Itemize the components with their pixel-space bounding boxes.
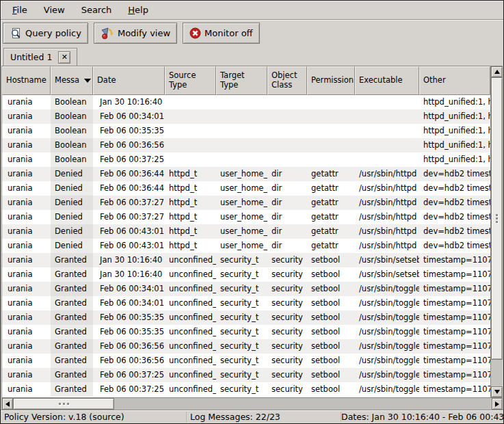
table-row[interactable]: uraniaBooleanFeb 06 00:36:56httpd_unifie… (2, 138, 490, 153)
table-row[interactable]: uraniaBooleanJan 30 10:16:40httpd_unifie… (2, 95, 490, 109)
cell-permission: setbool (307, 253, 355, 267)
horizontal-scrollbar[interactable] (2, 397, 503, 410)
table-row[interactable]: uraniaGrantedFeb 06 00:37:25unconfined_s… (2, 382, 490, 397)
table-row[interactable]: uraniaDeniedFeb 06 00:36:44httpd_tuser_h… (2, 167, 490, 181)
cell-objclass: security (267, 325, 307, 339)
vertical-scrollbar-trough[interactable] (491, 360, 503, 386)
horizontal-scrollbar-thumb[interactable] (13, 398, 114, 410)
table-row[interactable]: uraniaGrantedFeb 06 00:35:35unconfined_s… (2, 325, 490, 339)
table-row[interactable]: uraniaGrantedFeb 06 00:34:01unconfined_s… (2, 282, 490, 296)
vertical-scrollbar-thumb[interactable] (491, 77, 503, 360)
cell-message: Granted (51, 296, 93, 310)
table-row[interactable]: uraniaGrantedJan 30 10:16:40unconfined_s… (2, 267, 490, 282)
cell-executable (355, 138, 419, 153)
table-row[interactable]: uraniaBooleanFeb 06 00:35:35httpd_unifie… (2, 124, 490, 138)
cell-hostname: urania (2, 339, 51, 354)
cell-permission (307, 153, 355, 167)
cell-source: unconfined_ (165, 267, 216, 282)
table-row[interactable]: uraniaBooleanFeb 06 00:34:01httpd_unifie… (2, 109, 490, 124)
cell-target: user_home_ (216, 224, 267, 239)
table-row[interactable]: uraniaGrantedFeb 06 00:36:56unconfined_s… (2, 354, 490, 368)
table-row[interactable]: uraniaGrantedFeb 06 00:35:35unconfined_s… (2, 310, 490, 325)
scroll-right-button[interactable] (492, 398, 503, 410)
column-header-message[interactable]: Messa (51, 66, 93, 95)
menu-file[interactable]: File (5, 3, 35, 17)
cell-other: timestamp=11076 (419, 310, 490, 325)
cell-message: Boolean (51, 124, 93, 138)
column-header-permission[interactable]: Permission (307, 66, 355, 95)
cell-executable: /usr/sbin/toggle (355, 339, 419, 354)
query-policy-button[interactable]: Query policy (3, 23, 88, 44)
query-policy-label: Query policy (25, 28, 81, 38)
table-row[interactable]: uraniaDeniedFeb 06 00:37:27httpd_tuser_h… (2, 210, 490, 224)
cell-permission (307, 138, 355, 153)
cell-executable: /usr/sbin/toggle (355, 382, 419, 397)
table-row[interactable]: uraniaGrantedFeb 06 00:36:56unconfined_s… (2, 339, 490, 354)
tab-close-button[interactable]: ✕ (58, 51, 70, 64)
modify-view-button[interactable]: Modify view (94, 23, 177, 44)
column-header-object-class[interactable]: Object Class (267, 66, 307, 95)
cell-hostname: urania (2, 167, 51, 181)
vertical-scrollbar[interactable] (490, 66, 503, 397)
table-row[interactable]: uraniaDeniedFeb 06 00:37:27httpd_tuser_h… (2, 196, 490, 210)
cell-permission (307, 124, 355, 138)
cell-message: Granted (51, 267, 93, 282)
column-header-executable[interactable]: Executable (355, 66, 419, 95)
scroll-left-button[interactable] (2, 398, 13, 410)
cell-other: dev=hdb2 timesta (419, 196, 490, 210)
cell-date: Feb 06 00:43:01 (93, 224, 165, 239)
tab-untitled-1[interactable]: Untitled 1 ✕ (3, 48, 77, 66)
cell-source: httpd_t (165, 167, 216, 181)
table-row[interactable]: uraniaGrantedJan 30 10:16:40unconfined_s… (2, 253, 490, 267)
table-row[interactable]: uraniaDeniedFeb 06 00:36:44httpd_tuser_h… (2, 181, 490, 196)
column-header-other[interactable]: Other (419, 66, 490, 95)
scroll-up-button[interactable] (491, 66, 503, 77)
table-row[interactable]: uraniaDeniedFeb 06 00:43:01httpd_tuser_h… (2, 224, 490, 239)
cell-hostname: urania (2, 267, 51, 282)
monitor-off-button[interactable]: Monitor off (183, 23, 259, 44)
cell-date: Feb 06 00:37:27 (93, 196, 165, 210)
arrow-down-icon (494, 390, 500, 394)
cell-hostname: urania (2, 368, 51, 382)
column-header-label: Source Type (169, 71, 212, 90)
menu-view[interactable]: View (36, 3, 72, 17)
table-row[interactable]: uraniaGrantedFeb 06 00:37:25unconfined_s… (2, 368, 490, 382)
cell-executable: /usr/sbin/toggle (355, 282, 419, 296)
table-row[interactable]: uraniaGrantedFeb 06 00:34:01unconfined_s… (2, 296, 490, 310)
grip-dot (67, 403, 69, 405)
cell-target (216, 109, 267, 124)
cell-message: Boolean (51, 109, 93, 124)
cell-date: Feb 06 00:37:27 (93, 210, 165, 224)
cell-date: Feb 06 00:34:01 (93, 109, 165, 124)
cell-target: security_t (216, 282, 267, 296)
column-header-source-type[interactable]: Source Type (165, 66, 216, 95)
column-header-label: Date (97, 76, 116, 85)
column-header-date[interactable]: Date (93, 66, 165, 95)
cell-target: security_t (216, 267, 267, 282)
cell-date: Feb 06 00:35:35 (93, 325, 165, 339)
cell-hostname: urania (2, 153, 51, 167)
cell-permission (307, 109, 355, 124)
cell-target: user_home_ (216, 181, 267, 196)
menu-help[interactable]: Help (120, 3, 156, 17)
cell-message: Denied (51, 239, 93, 253)
table-row[interactable]: uraniaDeniedFeb 06 00:43:01httpd_tuser_h… (2, 239, 490, 253)
cell-message: Denied (51, 196, 93, 210)
arrow-up-icon (494, 70, 500, 74)
cell-permission: setbool (307, 382, 355, 397)
column-header-label: Hostname (6, 76, 47, 85)
cell-permission: setbool (307, 368, 355, 382)
column-header-hostname[interactable]: Hostname (2, 66, 51, 95)
table-row[interactable]: uraniaBooleanFeb 06 00:37:25httpd_unifie… (2, 153, 490, 167)
scroll-down-button[interactable] (491, 386, 503, 397)
cell-source: unconfined_ (165, 310, 216, 325)
cell-hostname: urania (2, 210, 51, 224)
cell-executable: /usr/sbin/httpd (355, 210, 419, 224)
horizontal-scrollbar-trough[interactable] (13, 398, 492, 410)
cell-target: security_t (216, 310, 267, 325)
cell-date: Feb 06 00:36:56 (93, 354, 165, 368)
menu-search[interactable]: Search (74, 3, 120, 17)
cell-target: security_t (216, 382, 267, 397)
cell-other: httpd_unified:1, h (419, 138, 490, 153)
column-header-target-type[interactable]: Target Type (216, 66, 267, 95)
